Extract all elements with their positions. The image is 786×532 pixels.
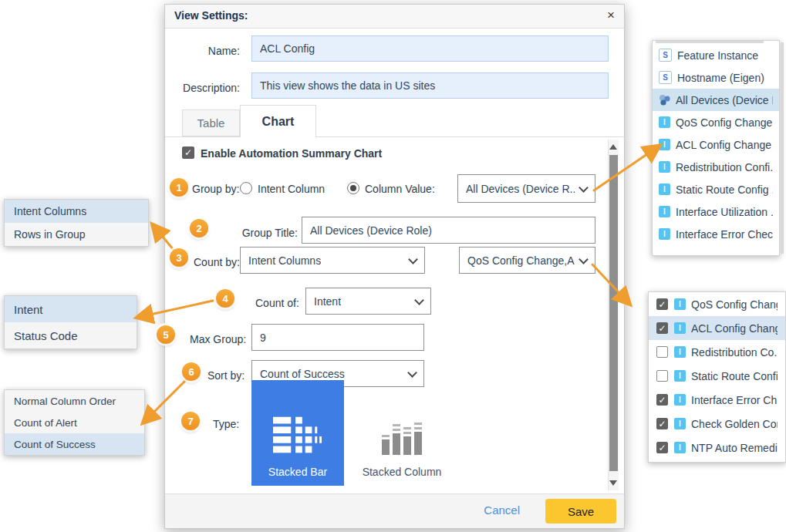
max-group-input[interactable]: 9 xyxy=(251,324,424,351)
list-item[interactable]: I QoS Config Change xyxy=(653,111,779,133)
group-by-column-dropdown[interactable]: All Devices (Device R... xyxy=(457,174,595,203)
checkbox-checked[interactable]: ✓ xyxy=(656,442,668,453)
enable-chart-checkbox[interactable]: ✓ xyxy=(182,146,194,159)
step-badge-2: 2 xyxy=(190,219,208,237)
view-settings-dialog: View Settings: × Name: ACL Config Descri… xyxy=(164,4,625,529)
list-item[interactable]: S Feature Instance xyxy=(653,44,779,66)
count-by-columns-dropdown[interactable]: QoS Config Change,AC... xyxy=(459,247,595,274)
chevron-down-icon xyxy=(407,368,417,378)
description-input[interactable]: This view shows the data in US sites xyxy=(251,72,609,99)
count-by-value: Intent Columns xyxy=(248,254,321,267)
list-item[interactable]: I Redistribution Confi... xyxy=(653,156,779,178)
column-value-radio-label: Column Value: xyxy=(365,183,435,195)
tab-table[interactable]: Table xyxy=(182,109,240,136)
option-count-of-success[interactable]: Count of Success xyxy=(5,433,144,455)
close-icon[interactable]: × xyxy=(607,8,615,23)
stacked-column-label: Stacked Column xyxy=(363,466,442,478)
dialog-title: View Settings: xyxy=(174,9,248,22)
intent-column-icon: I xyxy=(674,322,686,334)
group-by-label: Group by: xyxy=(192,183,239,195)
chevron-down-icon xyxy=(414,295,424,305)
list-item-label: Redistribution Confi... xyxy=(676,161,773,173)
dialog-scrollbar[interactable] xyxy=(608,140,619,490)
intent-column-radio[interactable] xyxy=(240,182,252,194)
screen: View Settings: × Name: ACL Config Descri… xyxy=(0,0,786,532)
dialog-footer: Cancel Save xyxy=(165,493,624,528)
type-option-stacked-column[interactable]: Stacked Column xyxy=(356,380,448,486)
option-normal-column-order[interactable]: Normal Column Order xyxy=(5,390,144,412)
checklist-item-label: NTP Auto Remedi... xyxy=(691,442,778,454)
name-label: Name: xyxy=(165,45,240,57)
step-badge-5: 5 xyxy=(157,325,175,344)
scroll-up-icon[interactable] xyxy=(609,144,617,150)
list-item-label: Hostname (Eigen) xyxy=(677,72,764,84)
count-by-dropdown[interactable]: Intent Columns xyxy=(240,247,425,274)
string-column-icon: S xyxy=(659,71,672,84)
intent-column-radio-label: Intent Column xyxy=(258,183,325,195)
sort-by-options-panel: Normal Column Order Count of Alert Count… xyxy=(4,389,145,456)
checklist-item-label: ACL Config Change xyxy=(691,322,778,335)
option-rows-in-group[interactable]: Rows in Group xyxy=(5,223,148,246)
max-group-label: Max Group: xyxy=(190,333,246,345)
intent-column-icon: I xyxy=(659,206,670,217)
tab-chart[interactable]: Chart xyxy=(240,105,316,137)
list-item-selected[interactable]: All Devices (Device R... xyxy=(653,89,779,111)
devices-icon xyxy=(659,94,670,106)
option-count-of-alert[interactable]: Count of Alert xyxy=(5,412,144,433)
checkbox-checked[interactable]: ✓ xyxy=(656,418,668,429)
checklist-item[interactable]: I Static Route Confi... xyxy=(649,364,785,388)
checklist-item[interactable]: I Redistribution Co... xyxy=(649,340,785,364)
group-by-column-value: All Devices (Device R... xyxy=(466,183,575,195)
list-item[interactable]: S Hostname (Eigen) xyxy=(653,66,779,89)
checklist-item-label: Static Route Confi... xyxy=(691,370,778,382)
step-badge-6: 6 xyxy=(182,362,201,381)
checklist-item[interactable]: ✓ I Check Golden Con... xyxy=(649,412,785,436)
intent-column-icon: I xyxy=(674,346,686,358)
checkbox-checked[interactable]: ✓ xyxy=(656,394,668,406)
intent-column-icon: I xyxy=(659,116,670,128)
list-item[interactable]: I Interface Utilization ... xyxy=(653,200,779,223)
checklist-item[interactable]: ✓ I Interface Error Ch... xyxy=(649,388,785,412)
type-option-stacked-bar[interactable]: Stacked Bar xyxy=(251,380,344,486)
list-item-label: Interface Utilization ... xyxy=(676,206,773,218)
checkbox-unchecked[interactable] xyxy=(656,346,668,358)
checkbox-checked[interactable]: ✓ xyxy=(656,298,668,310)
checkbox-checked[interactable]: ✓ xyxy=(656,322,668,334)
list-item[interactable]: I ACL Config Change xyxy=(653,133,779,156)
description-label: Description: xyxy=(165,82,240,94)
column-value-radio[interactable] xyxy=(347,182,359,194)
group-title-input[interactable]: All Devices (Device Role) xyxy=(302,217,595,244)
horizontal-scrollbar[interactable] xyxy=(656,41,764,43)
count-of-dropdown[interactable]: Intent xyxy=(305,288,431,315)
name-value: ACL Config xyxy=(260,42,315,55)
count-of-label: Count of: xyxy=(255,297,299,309)
checklist-item[interactable]: ✓ I NTP Auto Remedi... xyxy=(649,436,785,460)
count-of-value: Intent xyxy=(314,295,341,308)
stacked-bar-label: Stacked Bar xyxy=(268,466,327,478)
save-button[interactable]: Save xyxy=(545,499,616,524)
intent-column-icon: I xyxy=(674,394,686,406)
count-of-options-panel: Intent Status Code xyxy=(4,295,137,349)
option-intent-columns[interactable]: Intent Columns xyxy=(5,200,148,223)
list-item[interactable]: I Interface Error Check xyxy=(653,223,779,245)
group-title-label: Group Title: xyxy=(223,227,298,239)
chevron-down-icon xyxy=(579,183,589,193)
name-input[interactable]: ACL Config xyxy=(251,35,609,62)
scrollbar-thumb[interactable] xyxy=(609,155,618,471)
checkbox-unchecked[interactable] xyxy=(656,370,668,382)
checklist-item[interactable]: ✓ I QoS Config Change xyxy=(649,292,785,316)
panel-scrollbar[interactable] xyxy=(781,42,784,254)
enable-chart-label: Enable Automation Summary Chart xyxy=(201,147,382,160)
scroll-down-icon[interactable] xyxy=(609,480,617,486)
option-status-code[interactable]: Status Code xyxy=(5,322,137,348)
intent-column-icon: I xyxy=(659,184,670,195)
intent-checklist-panel: ✓ I QoS Config Change ✓ I ACL Config Cha… xyxy=(648,291,786,463)
checklist-item-selected[interactable]: ✓ I ACL Config Change xyxy=(649,316,785,340)
option-intent[interactable]: Intent xyxy=(5,296,137,322)
intent-column-icon: I xyxy=(674,370,686,382)
checklist-item-label: Check Golden Con... xyxy=(691,418,778,430)
chevron-down-icon xyxy=(408,254,418,264)
max-group-value: 9 xyxy=(260,332,266,344)
cancel-button[interactable]: Cancel xyxy=(484,503,520,517)
list-item[interactable]: I Static Route Config ... xyxy=(653,178,779,200)
